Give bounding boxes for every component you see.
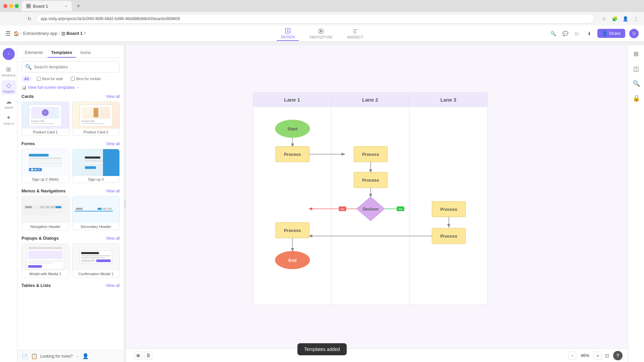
chevron-down-icon[interactable]: ▾ [84, 31, 86, 36]
panel-bottom-bar: 📄 📋 Looking for more? → 👤 [17, 350, 124, 362]
canvas-area[interactable]: Lane 1 Lane 2 Lane 3 [126, 45, 628, 362]
active-tab[interactable]: V Board 1 × [21, 1, 72, 11]
section-forms-header: Forms View all [21, 141, 120, 146]
right-layers-btn[interactable]: ◫ [630, 63, 642, 75]
address-bar: ‹ › ↻ app.visily.ai/projects/3e3c0f40-90… [0, 12, 644, 25]
search-toolbar-btn[interactable]: 🔍 [549, 29, 557, 38]
user-avatar[interactable]: U [629, 29, 639, 38]
section-tables-title: Tables & Lists [21, 283, 51, 288]
template-confirm-modal-1[interactable]: Confirmation Modal 1 [72, 243, 120, 278]
grid-view-btn[interactable]: ⊞ [134, 352, 142, 360]
bookmark-btn[interactable]: ☆ [600, 15, 608, 23]
right-search-btn[interactable]: 🔍 [630, 77, 642, 89]
cards-view-all[interactable]: View all [106, 94, 120, 99]
new-tab-button[interactable]: + [74, 2, 83, 10]
templates-panel: Elements Templates Icons 🔍 All Best for … [17, 45, 124, 362]
list-view-btn[interactable]: ☰ [144, 352, 152, 360]
breadcrumb-app[interactable]: Extraordinary app [23, 31, 58, 36]
section-tables-header: Tables & Lists View all [21, 283, 120, 288]
nav-header-label: Navigation Header [22, 223, 69, 230]
tables-view-all[interactable]: View all [106, 283, 120, 288]
looking-for-more-text: Looking for more? [40, 354, 73, 359]
tab-elements[interactable]: Elements [21, 48, 46, 58]
right-settings-btn[interactable]: ⊞ [630, 48, 642, 60]
app-toolbar: ☰ 🏠 / Extraordinary app / ◫ Board 1 ▾ DE… [0, 25, 644, 42]
url-input[interactable]: app.visily.ai/projects/3e3c0f40-90f8-48d… [36, 14, 594, 23]
template-product-card-2[interactable]: Product Title Product Card 2 [72, 102, 120, 136]
forward-button[interactable]: › [15, 15, 23, 23]
zoom-in-btn[interactable]: + [594, 352, 602, 360]
toolbar-center: DESIGN PROTOTYPE INSPECT [277, 26, 367, 41]
confirm-modal-1-label: Confirmation Modal 1 [72, 270, 120, 277]
modal-media-1-thumb [22, 244, 69, 270]
profile-btn[interactable]: 👤 [621, 15, 629, 23]
sidebar-item-diagram[interactable]: ◇ Diagram [1, 80, 16, 95]
visily-ai-icon: ✦ [6, 114, 11, 121]
view-fullscreen-link[interactable]: 📊 View full-screen templates → [21, 85, 120, 90]
maximize-window-btn[interactable] [15, 4, 19, 8]
template-signup-3[interactable]: Sign up 3 [72, 149, 120, 183]
signup-3-thumb [72, 149, 120, 176]
minimize-window-btn[interactable] [9, 4, 13, 8]
tab-inspect[interactable]: INSPECT [343, 26, 367, 41]
home-icon[interactable]: 🏠 [13, 31, 19, 36]
right-lock-btn[interactable]: 🔒 [630, 92, 642, 104]
wireframe-icon: ⊞ [6, 66, 11, 73]
template-nav-header[interactable]: Navigation Header [21, 196, 69, 230]
section-forms-title: Forms [21, 141, 35, 146]
filter-web-checkbox[interactable] [37, 77, 41, 81]
template-signup-web[interactable]: Sign up 2 (Web) [21, 149, 69, 183]
tab-prototype[interactable]: PROTOTYPE [306, 26, 336, 41]
looking-for-more-icon2: 📋 [31, 353, 38, 359]
section-menus-header: Menus & Navigations View all [21, 188, 120, 193]
menu-btn[interactable]: ⋮ [632, 15, 640, 23]
signup-web-thumb [22, 149, 69, 176]
section-popups-title: Popups & Dialogs [21, 236, 59, 241]
filter-row: All Best for web Best for mobile [21, 76, 120, 82]
template-product-card-1[interactable]: Product Title Product Card 1 [21, 102, 69, 136]
sidebar-item-visily-ai[interactable]: ✦ Visily AI [1, 112, 16, 127]
browser-chrome: V Board 1 × + ‹ › ↻ app.visily.ai/projec… [0, 0, 644, 45]
reload-button[interactable]: ↻ [25, 15, 34, 23]
export-btn[interactable]: ⬇ [585, 29, 593, 38]
help-button[interactable]: ? [613, 351, 623, 360]
status-toast: Templates added [298, 343, 347, 355]
zoom-out-btn[interactable]: − [568, 352, 576, 360]
filter-mobile-checkbox[interactable] [71, 77, 75, 81]
breadcrumb-board: ◫ Board 1 ▾ [61, 31, 86, 36]
signup-3-label: Sign up 3 [72, 176, 120, 183]
template-modal-media-1[interactable]: Modal with Media 1 [21, 243, 69, 278]
search-input[interactable] [34, 64, 116, 69]
popups-view-all[interactable]: View all [106, 236, 120, 241]
extension-btn[interactable]: 🧩 [610, 15, 619, 23]
filter-best-mobile[interactable]: Best for mobile [68, 76, 103, 82]
hamburger-menu[interactable]: ☰ [5, 30, 11, 37]
forms-view-all[interactable]: View all [106, 141, 120, 146]
nav-header-thumb [22, 196, 69, 223]
tab-design[interactable]: DESIGN [277, 26, 299, 41]
comment-btn[interactable]: 💬 [561, 29, 569, 38]
menus-view-all[interactable]: View all [106, 189, 120, 193]
filter-best-web[interactable]: Best for web [34, 76, 65, 82]
filter-all[interactable]: All [21, 76, 32, 82]
sidebar-item-saved[interactable]: ☁ Saved [1, 96, 16, 111]
product-card-1-label: Product Card 1 [22, 129, 69, 135]
forms-grid: Sign up 2 (Web) [21, 149, 120, 183]
sidebar-item-wireframe[interactable]: ⊞ Wireframe [1, 64, 16, 79]
play-btn[interactable]: ▷ [573, 29, 581, 38]
share-button[interactable]: 👤 Share [597, 29, 625, 38]
add-button[interactable]: + [3, 48, 15, 60]
cards-grid: Product Title Product Card 1 [21, 102, 120, 136]
svg-text:Decison: Decison [363, 207, 379, 212]
tab-icons[interactable]: Icons [77, 48, 94, 58]
fit-screen-btn[interactable]: ⊡ [604, 352, 610, 359]
search-box[interactable]: 🔍 [21, 61, 120, 72]
close-window-btn[interactable] [3, 4, 7, 8]
diagram-icon: ◇ [6, 82, 11, 89]
share-icon: 👤 [602, 31, 607, 36]
signup-web-label: Sign up 2 (Web) [22, 176, 69, 183]
tab-close-button[interactable]: × [65, 4, 67, 8]
back-button[interactable]: ‹ [4, 15, 12, 23]
template-secondary-header[interactable]: Secondary Header [72, 196, 120, 230]
tab-templates[interactable]: Templates [48, 48, 75, 58]
